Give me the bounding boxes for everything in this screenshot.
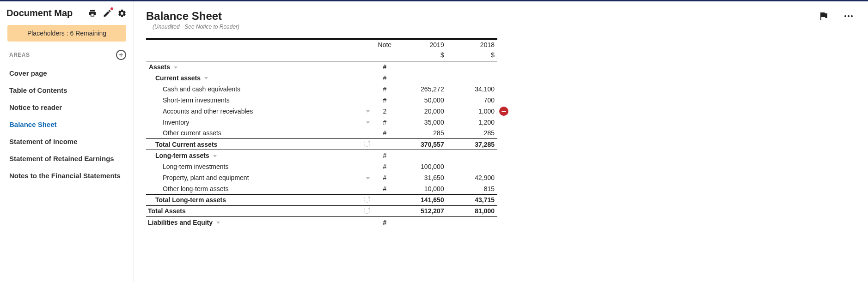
sidebar-item-toc[interactable]: Table of Contents: [9, 82, 129, 99]
chevron-down-icon: [174, 66, 177, 69]
current-assets-label: Current assets: [155, 74, 201, 82]
refresh-icon: [364, 207, 370, 214]
chevron-down-icon: [366, 110, 370, 113]
assets-label: Assets: [149, 63, 170, 71]
chevron-down-icon: [366, 121, 370, 124]
table-row[interactable]: Property, plant and equipment # 31,650 4…: [146, 172, 497, 183]
print-icon[interactable]: [87, 8, 98, 18]
chevron-down-icon: [366, 177, 370, 180]
edit-icon[interactable]: [102, 8, 112, 18]
table-row[interactable]: Inventory # 35,000 1,200: [146, 117, 497, 128]
th-year1: 2019: [396, 39, 446, 50]
th-unit2: $: [447, 50, 497, 61]
sidebar-title: Document Map: [6, 8, 73, 18]
sidebar-item-income[interactable]: Statement of Income: [9, 133, 129, 150]
balance-sheet-table: Note 2019 2018 $ $ Assets # Current asse…: [146, 38, 497, 228]
th-year2: 2018: [447, 39, 497, 50]
row-total-current[interactable]: Total Current assets 370,557 37,285: [146, 139, 497, 150]
balance-sheet-wrapper: Note 2019 2018 $ $ Assets # Current asse…: [146, 38, 854, 228]
row-liabilities-equity[interactable]: Liabilities and Equity #: [146, 217, 497, 228]
sidebar-item-balance-sheet[interactable]: Balance Sheet: [9, 116, 129, 133]
main-header-actions: [818, 11, 854, 22]
gear-icon[interactable]: [117, 8, 127, 18]
areas-header: AREAS +: [5, 50, 129, 65]
nav-list: Cover page Table of Contents Notice to r…: [5, 65, 129, 184]
chevron-down-icon: [204, 77, 208, 79]
svg-point-0: [844, 15, 846, 17]
more-icon[interactable]: [843, 11, 854, 22]
row-current-assets[interactable]: Current assets #: [146, 72, 497, 84]
sidebar-item-cover-page[interactable]: Cover page: [9, 65, 129, 82]
placeholders-badge[interactable]: Placeholders : 6 Remaining: [7, 25, 126, 42]
row-total-longterm[interactable]: Total Long-term assets 141,650 43,715: [146, 194, 497, 205]
sidebar-item-retained[interactable]: Statement of Retained Earnings: [9, 150, 129, 167]
table-row[interactable]: Other current assets # 285 285: [146, 128, 497, 139]
main-content: Balance Sheet (Unaudited - See Notice to…: [134, 1, 868, 282]
table-row[interactable]: Short-term investments # 50,000 700: [146, 95, 497, 106]
edit-notification-dot: [110, 7, 113, 10]
refresh-icon: [364, 196, 370, 203]
th-unit1: $: [396, 50, 446, 61]
liabilities-label: Liabilities and Equity: [148, 219, 213, 226]
flag-icon[interactable]: [818, 11, 829, 22]
refresh-icon: [364, 140, 370, 147]
add-area-button[interactable]: +: [116, 50, 126, 60]
svg-point-1: [848, 15, 850, 17]
sidebar: Document Map Placeholders : 6 Remaining …: [0, 1, 134, 282]
table-row[interactable]: Cash and cash equivalents # 265,272 34,1…: [146, 84, 497, 95]
sidebar-header: Document Map: [5, 8, 129, 23]
table-row[interactable]: Long-term investments # 100,000: [146, 161, 497, 172]
chevron-down-icon: [216, 222, 220, 224]
row-total-assets[interactable]: Total Assets 512,207 81,000: [146, 205, 497, 216]
chevron-down-icon: [213, 155, 217, 157]
sidebar-item-notes[interactable]: Notes to the Financial Statements: [9, 167, 129, 184]
th-note: Note: [373, 39, 396, 50]
error-badge-icon[interactable]: [499, 107, 508, 116]
page-title: Balance Sheet: [146, 10, 222, 23]
sidebar-item-notice[interactable]: Notice to reader: [9, 99, 129, 116]
row-longterm-assets[interactable]: Long-term assets #: [146, 150, 497, 161]
table-row[interactable]: Other long-term assets # 10,000 815: [146, 183, 497, 194]
row-assets[interactable]: Assets #: [146, 61, 497, 72]
areas-label: AREAS: [9, 52, 30, 58]
svg-point-2: [851, 15, 853, 17]
table-row[interactable]: Accounts and other receivables 2 20,000 …: [146, 106, 497, 117]
longterm-label: Long-term assets: [155, 152, 209, 159]
page-subtitle: (Unaudited - See Notice to Reader): [153, 24, 854, 30]
main-header: Balance Sheet: [146, 10, 854, 23]
